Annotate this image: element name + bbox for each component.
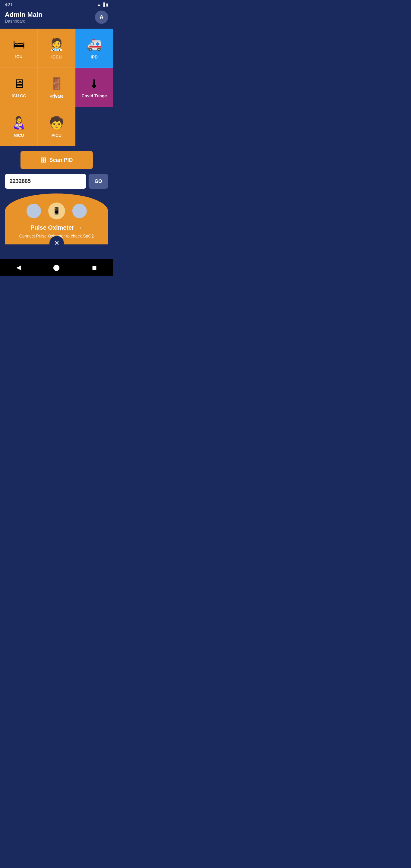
grid-item-iccu[interactable]: 🧑‍⚕️ ICCU — [38, 29, 75, 68]
go-button[interactable]: GO — [89, 174, 108, 189]
private-label: Private — [50, 94, 64, 98]
close-icon: ✕ — [54, 239, 59, 247]
pid-input-row: GO — [5, 174, 108, 189]
signal-icon: ▐ — [102, 2, 105, 7]
pulse-center-icon: 📱 — [53, 207, 61, 215]
grid-item-picu[interactable]: 🧒 PICU — [38, 107, 75, 146]
pulse-center-button[interactable]: 📱 — [48, 203, 65, 219]
status-icons: ▲ ▐ ▮ — [97, 2, 108, 7]
battery-icon: ▮ — [106, 2, 108, 7]
bottom-section: ⊞ Scan PID GO 📱 Pulse Oximeter → Connect… — [0, 146, 113, 249]
nav-recents-button[interactable]: ◼ — [87, 262, 102, 272]
grid-item-covid-triage[interactable]: 🌡 Covid Triage — [75, 68, 113, 107]
nav-bar: ◀ ⬤ ◼ — [0, 259, 113, 276]
covid-triage-icon: 🌡 — [88, 77, 100, 90]
ipd-label: IPD — [91, 55, 98, 59]
avatar[interactable]: A — [95, 10, 108, 24]
icu-cc-label: ICU CC — [11, 93, 26, 98]
status-bar: 4:21 ▲ ▐ ▮ — [0, 0, 113, 8]
private-icon: 🚪 — [49, 76, 64, 91]
nav-back-button[interactable]: ◀ — [11, 262, 26, 272]
pulse-title: Pulse Oximeter → — [30, 224, 83, 231]
nav-home-button[interactable]: ⬤ — [48, 262, 64, 272]
pulse-oximeter-section: 📱 Pulse Oximeter → Connect Pulse Oximete… — [5, 193, 108, 244]
picu-icon: 🧒 — [49, 116, 64, 130]
nicu-label: NICU — [13, 133, 24, 138]
icu-label: ICU — [15, 54, 22, 59]
iccu-label: ICCU — [51, 55, 61, 59]
scan-pid-label: Scan PID — [49, 157, 73, 163]
covid-triage-label: Covid Triage — [81, 93, 107, 98]
ipd-icon: 🚑 — [87, 37, 102, 52]
close-button[interactable]: ✕ — [50, 236, 64, 250]
qr-icon: ⊞ — [40, 156, 46, 164]
ward-grid: 🛏 ICU 🧑‍⚕️ ICCU 🚑 IPD 🖥 ICU CC 🚪 Private… — [0, 29, 113, 146]
page-subtitle: Dashboard — [5, 19, 42, 24]
header: Admin Main Dashboard A — [0, 8, 113, 29]
picu-label: PICU — [52, 133, 61, 138]
wifi-icon: ▲ — [97, 2, 101, 7]
page-title: Admin Main — [5, 11, 42, 19]
grid-item-ipd[interactable]: 🚑 IPD — [75, 29, 113, 68]
pulse-controls: 📱 — [11, 203, 102, 219]
grid-item-empty — [75, 107, 113, 146]
grid-item-icu[interactable]: 🛏 ICU — [0, 29, 38, 68]
pulse-right-button[interactable] — [72, 204, 87, 218]
grid-item-nicu[interactable]: 👩‍🍼 NICU — [0, 107, 38, 146]
status-time: 4:21 — [5, 2, 12, 7]
arrow-icon: → — [76, 224, 83, 231]
header-text: Admin Main Dashboard — [5, 11, 42, 24]
scan-pid-button[interactable]: ⊞ Scan PID — [21, 151, 93, 169]
iccu-icon: 🧑‍⚕️ — [49, 37, 64, 52]
grid-item-icu-cc[interactable]: 🖥 ICU CC — [0, 68, 38, 107]
pid-input[interactable] — [5, 174, 86, 189]
nicu-icon: 👩‍🍼 — [11, 116, 27, 130]
icu-cc-icon: 🖥 — [13, 77, 25, 90]
pulse-left-button[interactable] — [27, 204, 41, 218]
icu-icon: 🛏 — [13, 38, 25, 51]
grid-item-private[interactable]: 🚪 Private — [38, 68, 75, 107]
